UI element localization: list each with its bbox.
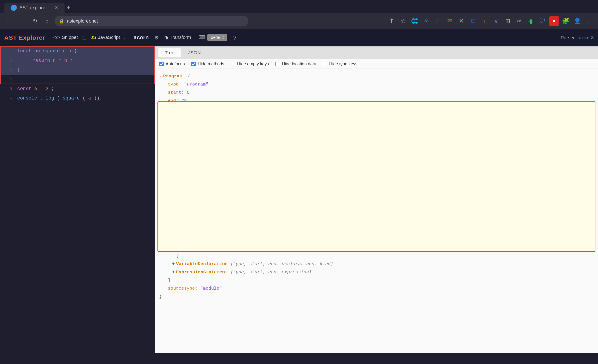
tree-bs-body: - body: [ xyxy=(159,219,594,227)
ast-tree[interactable]: - Program { type: "Program" start: 0 end… xyxy=(155,69,598,353)
toolbar-help-button[interactable]: ? xyxy=(233,34,236,41)
parser-link[interactable]: acorn-8 xyxy=(578,35,594,40)
program-node[interactable]: Program xyxy=(163,72,182,80)
bs-type-value: "BlockStatement" xyxy=(203,195,249,203)
hide-empty-keys-checkbox[interactable] xyxy=(231,62,235,66)
toolbar-javascript[interactable]: JS JavaScript ⌄ xyxy=(87,29,130,46)
end-key: end: xyxy=(168,97,179,105)
bookmark-button[interactable]: ☆ xyxy=(398,16,408,26)
ext-square-red[interactable]: ■ xyxy=(549,16,559,26)
type-key: type: xyxy=(168,80,181,89)
hide-methods-label: Hide methods xyxy=(198,61,224,66)
bs-end-value: 40 xyxy=(200,211,208,219)
params-expand-icon[interactable]: + xyxy=(181,178,183,186)
toolbar-snippet[interactable]: </> Snippet xyxy=(49,29,82,46)
code-line-5: 5 const a = 2 ; xyxy=(0,84,155,94)
menu-button[interactable]: ⋮ xyxy=(584,16,594,26)
hide-type-keys-checkbox[interactable] xyxy=(323,62,327,66)
toolbar-gear-icon[interactable]: ⚙ xyxy=(153,35,160,40)
address-text: astexplorer.net xyxy=(67,18,98,24)
reload-button[interactable]: ↻ xyxy=(31,16,39,26)
nav-icons-right: ⬆ ☆ 🌐 ⚛ F ✉ ✕ C ↑ ∨ ⊞ ∞ ◉ 🛡 ■ 🧩 👤 ⋮ xyxy=(387,16,594,26)
ext-feather[interactable]: F xyxy=(433,16,443,26)
address-bar[interactable]: 🔒 astexplorer.net xyxy=(55,16,248,26)
expr-stmt-expand-icon[interactable]: + xyxy=(172,268,175,276)
back-button[interactable]: ← xyxy=(4,16,13,26)
hide-empty-keys-label: Hide empty keys xyxy=(237,61,269,66)
program-collapse-icon[interactable]: - xyxy=(159,72,162,80)
new-tab-button[interactable]: + xyxy=(65,2,72,13)
code-line-6: 6 console . log ( square ( a )); xyxy=(0,94,155,103)
toolbar-snippet-label: Snippet xyxy=(62,35,78,40)
ext-shield[interactable]: 🛡 xyxy=(538,16,547,26)
ext-globe[interactable]: 🌐 xyxy=(410,16,419,26)
ext-grid[interactable]: ⊞ xyxy=(503,16,512,26)
type-value: "Program" xyxy=(181,80,208,89)
profile-button[interactable]: 👤 xyxy=(573,16,582,26)
tab-tree[interactable]: Tree xyxy=(158,48,181,57)
option-hide-location-data[interactable]: Hide location data xyxy=(275,61,316,66)
id-meta: {type, start, end, name} xyxy=(223,146,291,154)
tree-fd-id: + id: Identifier {type, start, end, name… xyxy=(159,146,594,154)
body-inner-key: body: xyxy=(185,186,198,195)
js-chevron-icon: ⌄ xyxy=(123,35,126,40)
tab-close-button[interactable]: ✕ xyxy=(54,5,58,10)
tree-program-line: - Program { xyxy=(159,72,594,80)
tree-expr-stmt: + ExpressionStatement {type, start, end,… xyxy=(159,268,594,276)
ext-puzzle[interactable]: 🧩 xyxy=(561,16,571,26)
hide-type-keys-label: Hide type keys xyxy=(329,61,357,66)
block-stmt-node[interactable]: BlockStatement xyxy=(198,186,239,195)
tree-fd-generator: generator: false xyxy=(159,162,594,170)
ext-x[interactable]: ✕ xyxy=(457,16,466,26)
expr-stmt-node[interactable]: ExpressionStatement xyxy=(176,268,228,276)
forward-button[interactable]: → xyxy=(18,16,27,26)
id-expand-icon[interactable]: + xyxy=(181,146,183,154)
code-editor[interactable]: 1 function square ( n ) { 2 return n xyxy=(0,46,155,103)
body-collapse-icon[interactable]: - xyxy=(181,186,183,195)
tab-json[interactable]: JSON xyxy=(182,48,207,57)
toolbar-acorn[interactable]: acorn xyxy=(130,29,153,46)
ast-panel: Tree JSON Autofocus Hide methods Hide em… xyxy=(155,46,598,353)
bs-brace: { xyxy=(239,186,247,195)
ext-arrow-up[interactable]: ↑ xyxy=(480,16,489,26)
ext-arrow-down[interactable]: ∨ xyxy=(491,16,501,26)
bs-start-value: 19 xyxy=(206,203,214,211)
ext-circle[interactable]: ◉ xyxy=(526,16,536,26)
tree-bs-end: end: 40 xyxy=(159,211,594,219)
fd-end-key: end: xyxy=(181,138,191,146)
ext-mail[interactable]: ✉ xyxy=(445,16,454,26)
tree-fd-async: async: false xyxy=(159,170,594,178)
ast-options: Autofocus Hide methods Hide empty keys H… xyxy=(155,59,598,69)
line-number-5: 5 xyxy=(3,84,12,94)
code-panel: 1 function square ( n ) { 2 return n xyxy=(0,46,155,353)
generator-key: generator: xyxy=(181,162,208,170)
fd-node[interactable]: FunctionDeclaration xyxy=(176,113,228,121)
ext-infinity[interactable]: ∞ xyxy=(515,16,524,26)
ext-react[interactable]: ⚛ xyxy=(422,16,431,26)
hide-methods-checkbox[interactable] xyxy=(191,62,196,66)
return-expand-icon[interactable]: + xyxy=(198,227,201,235)
ext-c[interactable]: C xyxy=(468,16,478,26)
toolbar-transform[interactable]: ◑ Transform xyxy=(160,29,195,46)
var-decl-expand-icon[interactable]: + xyxy=(172,260,175,268)
bs-body-collapse-icon[interactable]: - xyxy=(189,219,192,227)
hide-location-data-checkbox[interactable] xyxy=(275,62,280,66)
home-button[interactable]: ⌂ xyxy=(43,16,50,26)
option-hide-methods[interactable]: Hide methods xyxy=(191,61,224,66)
option-autofocus[interactable]: Autofocus xyxy=(159,61,185,66)
toolbar-keyboard[interactable]: ⌨ default xyxy=(195,29,231,46)
line-number-2: 2 xyxy=(3,56,12,65)
autofocus-checkbox[interactable] xyxy=(159,62,164,66)
start-value: 0 xyxy=(184,89,190,97)
active-tab[interactable]: 🌐 AST explorer ✕ xyxy=(4,3,65,13)
tree-fd-body: - body: BlockStatement { xyxy=(159,186,594,195)
var-decl-node[interactable]: VariableDeclaration xyxy=(176,260,228,268)
hide-location-data-label: Hide location data xyxy=(282,61,316,66)
id-node[interactable]: Identifier xyxy=(193,146,223,154)
option-hide-type-keys[interactable]: Hide type keys xyxy=(323,61,357,66)
share-button[interactable]: ⬆ xyxy=(387,16,396,26)
tree-bs-close: } xyxy=(159,244,594,252)
option-hide-empty-keys[interactable]: Hide empty keys xyxy=(231,61,269,66)
return-stmt-node[interactable]: ReturnStatement xyxy=(202,227,243,235)
fd-collapse-icon[interactable]: - xyxy=(172,113,175,121)
